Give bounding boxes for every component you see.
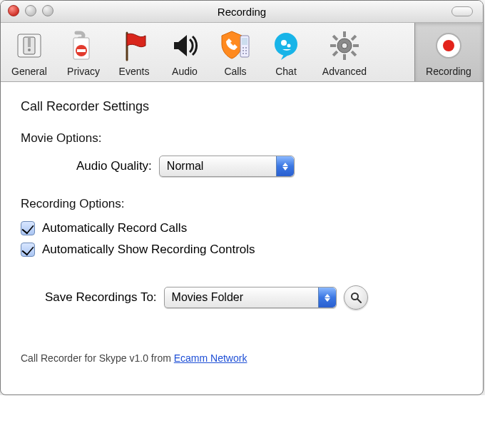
svg-point-3 bbox=[28, 49, 31, 51]
svg-rect-20 bbox=[343, 31, 346, 37]
titlebar: Recording bbox=[1, 1, 483, 23]
tab-label: General bbox=[11, 66, 47, 77]
audio-quality-label: Audio Quality: bbox=[76, 159, 152, 173]
window-title: Recording bbox=[218, 6, 266, 18]
svg-point-17 bbox=[281, 40, 287, 46]
svg-point-12 bbox=[242, 50, 244, 51]
tab-audio[interactable]: Audio bbox=[160, 23, 210, 81]
footer: Call Recorder for Skype v1.0 from Ecamm … bbox=[21, 352, 463, 364]
svg-point-13 bbox=[245, 50, 247, 51]
movie-options-heading: Movie Options: bbox=[21, 131, 463, 146]
content-pane: Call Recorder Settings Movie Options: Au… bbox=[1, 82, 483, 394]
magnifier-icon bbox=[350, 292, 362, 303]
svg-point-10 bbox=[242, 47, 244, 49]
svg-rect-21 bbox=[343, 54, 346, 60]
stepper-arrows-icon bbox=[276, 156, 294, 176]
auto-record-label: Automatically Record Calls bbox=[42, 221, 187, 235]
ecamm-link[interactable]: Ecamm Network bbox=[174, 352, 247, 364]
tab-label: Privacy bbox=[67, 66, 100, 77]
chat-bubble-icon bbox=[266, 29, 306, 63]
tab-label: Calls bbox=[224, 66, 246, 77]
svg-rect-24 bbox=[332, 35, 338, 41]
traffic-lights bbox=[8, 5, 53, 16]
stepper-arrows-icon bbox=[318, 287, 336, 307]
save-recordings-select[interactable]: Movies Folder bbox=[164, 287, 337, 308]
zoom-button[interactable] bbox=[42, 5, 53, 16]
toolbar: General Privacy Events bbox=[1, 23, 483, 82]
auto-record-checkbox[interactable] bbox=[21, 221, 35, 235]
tab-privacy[interactable]: Privacy bbox=[58, 23, 109, 81]
tab-general[interactable]: General bbox=[1, 23, 58, 81]
audio-quality-select[interactable]: Normal bbox=[159, 156, 295, 177]
auto-show-controls-checkbox[interactable] bbox=[21, 243, 35, 257]
svg-rect-22 bbox=[330, 44, 336, 47]
speaker-icon bbox=[165, 29, 205, 63]
tab-label: Recording bbox=[426, 66, 471, 77]
tab-calls[interactable]: Calls bbox=[210, 23, 261, 81]
save-recordings-value: Movies Folder bbox=[172, 291, 243, 304]
switch-icon bbox=[9, 29, 49, 63]
tab-events[interactable]: Events bbox=[109, 23, 160, 81]
close-button[interactable] bbox=[8, 5, 19, 16]
minimize-button[interactable] bbox=[25, 5, 36, 16]
svg-point-15 bbox=[245, 53, 247, 54]
page-heading: Call Recorder Settings bbox=[21, 99, 463, 114]
save-recordings-label: Save Recordings To: bbox=[45, 290, 157, 305]
svg-rect-27 bbox=[351, 51, 357, 56]
preferences-window: Recording General bbox=[0, 0, 484, 395]
svg-line-32 bbox=[357, 299, 361, 302]
svg-rect-9 bbox=[242, 38, 247, 45]
svg-rect-26 bbox=[332, 51, 338, 56]
svg-rect-25 bbox=[351, 35, 357, 41]
tab-advanced[interactable]: Advanced bbox=[312, 23, 378, 81]
phone-shield-icon bbox=[215, 29, 255, 63]
tab-label: Events bbox=[119, 66, 150, 77]
svg-point-18 bbox=[287, 44, 291, 48]
toolbar-pill-button[interactable] bbox=[451, 6, 473, 16]
gear-icon bbox=[325, 29, 364, 63]
tab-chat[interactable]: Chat bbox=[261, 23, 312, 81]
tab-label: Advanced bbox=[322, 66, 367, 77]
svg-point-14 bbox=[242, 53, 244, 54]
tab-recording[interactable]: Recording bbox=[414, 23, 483, 81]
flag-icon bbox=[114, 29, 154, 63]
tab-label: Audio bbox=[172, 66, 198, 77]
audio-quality-value: Normal bbox=[167, 160, 204, 173]
svg-point-30 bbox=[443, 40, 454, 51]
recording-options-heading: Recording Options: bbox=[21, 197, 463, 211]
reveal-in-finder-button[interactable] bbox=[344, 285, 368, 310]
svg-rect-6 bbox=[77, 49, 86, 52]
footer-prefix: Call Recorder for Skype v1.0 from bbox=[21, 352, 174, 364]
svg-rect-23 bbox=[353, 44, 359, 47]
svg-point-11 bbox=[245, 47, 247, 49]
svg-rect-2 bbox=[28, 37, 31, 47]
svg-point-28 bbox=[342, 43, 347, 49]
do-not-disturb-icon bbox=[63, 29, 103, 63]
auto-show-controls-label: Automatically Show Recording Controls bbox=[42, 243, 255, 257]
record-icon bbox=[429, 29, 469, 63]
tab-label: Chat bbox=[275, 66, 297, 77]
